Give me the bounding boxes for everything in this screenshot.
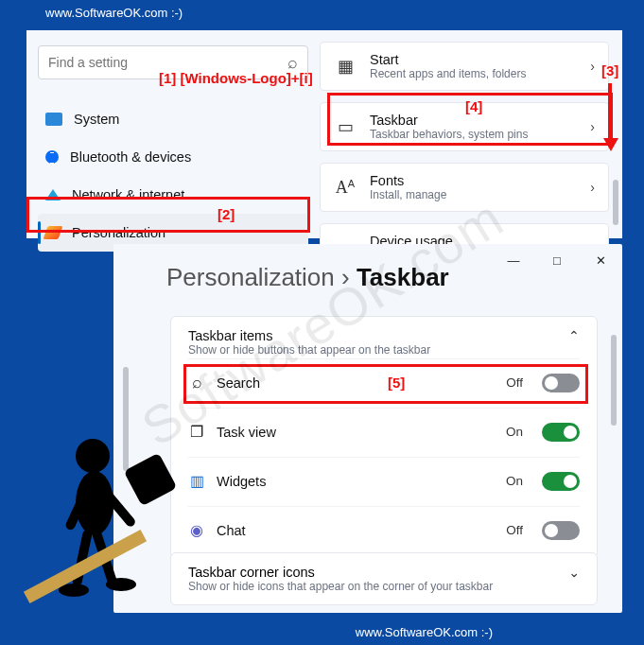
chevron-up-icon[interactable]: ⌃ <box>568 328 580 343</box>
chevron-right-icon: › <box>590 59 595 74</box>
sidebar-item-label: Bluetooth & devices <box>70 149 191 165</box>
card-title: Taskbar <box>370 113 577 128</box>
sidebar-nav: System Bluetooth & devices Network & int… <box>38 100 308 252</box>
taskbar-item-label: Widgets <box>217 474 495 489</box>
annotation-5: [5] <box>388 375 405 391</box>
taskbar-items-section: Taskbar items Show or hide buttons that … <box>170 316 598 558</box>
taskbar-item-state: On <box>506 425 523 439</box>
taskbar-item-widgets: ▥ Widgets On <box>188 457 580 504</box>
scrollbar[interactable] <box>613 180 618 225</box>
sidebar-item-bluetooth[interactable]: Bluetooth & devices <box>38 138 308 176</box>
taskbar-item-search: Search Off <box>188 358 580 406</box>
taskbar-item-state: Off <box>506 375 523 390</box>
card-fonts[interactable]: AA Fonts Install, manage › <box>320 163 609 212</box>
toggle-search[interactable] <box>542 374 580 392</box>
breadcrumb-parent[interactable]: Personalization <box>166 263 335 291</box>
svg-rect-9 <box>124 453 178 507</box>
svg-point-0 <box>76 439 110 473</box>
breadcrumb: Personalization › Taskbar <box>166 263 449 292</box>
annotation-arrow <box>603 83 617 149</box>
branding-top: www.SoftwareOK.com :-) <box>45 6 183 20</box>
chevron-right-icon: › <box>590 119 595 134</box>
taskbar-item-state: On <box>506 474 523 488</box>
bluetooth-icon <box>45 150 59 164</box>
annotation-1: [1] [Windows-Logo]+[i] <box>159 70 313 86</box>
section-subtitle: Show or hide buttons that appear on the … <box>188 343 430 357</box>
taskbar-item-label: Task view <box>217 425 495 440</box>
sidebar-item-network[interactable]: Network & internet <box>38 176 308 214</box>
paintbrush-icon <box>43 226 62 239</box>
svg-point-7 <box>106 578 136 591</box>
toggle-chat[interactable] <box>542 521 580 540</box>
card-start[interactable]: ▦ Start Recent apps and items, folders › <box>320 42 609 91</box>
taskbar-item-state: Off <box>506 523 523 537</box>
sidebar-item-label: System <box>74 112 119 127</box>
search-icon <box>188 373 205 392</box>
taskbar-corner-section[interactable]: Taskbar corner icons Show or hide icons … <box>170 552 598 605</box>
maximize-button[interactable]: □ <box>535 244 579 276</box>
start-icon: ▦ <box>334 56 357 77</box>
section-title: Taskbar items <box>188 328 430 343</box>
chevron-down-icon: ⌃ <box>568 565 580 580</box>
section-title: Taskbar corner icons <box>188 565 493 580</box>
sidebar-item-system[interactable]: System <box>38 100 308 138</box>
settings-panel-top: System Bluetooth & devices Network & int… <box>26 30 622 238</box>
display-icon <box>45 113 62 126</box>
sidebar-item-label: Network & internet <box>72 187 184 202</box>
settings-content: ▦ Start Recent apps and items, folders ›… <box>320 30 622 253</box>
sidebar-item-label: Personalization <box>72 225 165 240</box>
breadcrumb-current: Taskbar <box>357 263 449 291</box>
toggle-taskview[interactable] <box>542 423 580 442</box>
settings-sidebar: System Bluetooth & devices Network & int… <box>26 30 320 252</box>
mascot-figure <box>19 418 199 617</box>
wifi-icon <box>45 189 61 200</box>
taskbar-item-chat: ◉ Chat Off <box>188 506 580 553</box>
toggle-widgets[interactable] <box>542 472 580 491</box>
taskbar-item-label: Search <box>217 375 495 391</box>
taskbar-item-label: Chat <box>217 523 495 538</box>
taskbar-item-taskview: ❐ Task view On <box>188 408 580 455</box>
card-subtitle: Recent apps and items, folders <box>370 67 577 80</box>
fonts-icon: AA <box>334 178 357 198</box>
annotation-4: [4] <box>465 98 482 114</box>
chevron-right-icon: › <box>590 180 595 195</box>
annotation-2: [2] <box>218 206 235 222</box>
card-taskbar[interactable]: ▭ Taskbar Taskbar behaviors, system pins… <box>320 102 609 151</box>
window-controls: — □ ✕ <box>492 244 622 276</box>
card-title: Fonts <box>370 173 577 188</box>
close-button[interactable]: ✕ <box>579 244 622 276</box>
card-title: Start <box>370 52 577 67</box>
annotation-3: [3] <box>601 62 618 78</box>
taskbar-icon: ▭ <box>334 116 357 137</box>
minimize-button[interactable]: — <box>492 244 535 276</box>
search-input[interactable] <box>48 55 287 70</box>
breadcrumb-sep: › <box>341 263 350 291</box>
section-subtitle: Show or hide icons that appear on the co… <box>188 580 493 593</box>
scrollbar-right[interactable] <box>611 335 617 426</box>
branding-bottom: www.SoftwareOK.com :-) <box>356 625 493 639</box>
card-subtitle: Taskbar behaviors, system pins <box>370 128 577 141</box>
card-subtitle: Install, manage <box>370 188 577 201</box>
